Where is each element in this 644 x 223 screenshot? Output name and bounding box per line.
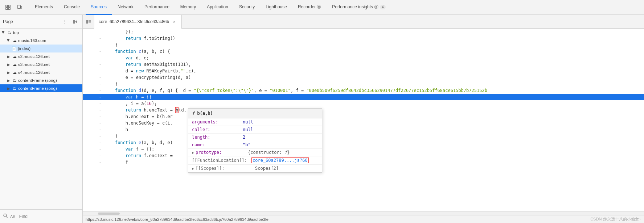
line-dash: - — [97, 55, 103, 61]
tree-label-s3: s3.music.126.net — [18, 62, 50, 67]
popup-key-prototype: prototype: — [196, 150, 246, 155]
line-dash: - — [97, 42, 103, 48]
scrollbar-thumb[interactable] — [98, 213, 120, 215]
code-line-highlighted: - var h = {} — [83, 94, 644, 100]
code-tab-file[interactable]: core_60a2789634...3fec6cc63ac86b × — [94, 15, 182, 29]
line-dash: - — [97, 120, 103, 126]
popup-overlay: f b(a,b) arguments: null caller: null le… — [188, 108, 322, 173]
tab-recorder[interactable]: Recorder — [293, 0, 326, 15]
find-bar: AB — [0, 209, 82, 223]
code-line: - return h.encText = b(d, g), — [83, 107, 644, 113]
line-dash: - — [97, 29, 103, 35]
tree-arrow-content2: ▶ — [7, 86, 11, 91]
popup-row-prototype[interactable]: ▶ prototype: {constructor: f} — [188, 149, 322, 156]
tree-item-s2[interactable]: ▶ ☁ s2.music.126.net — [0, 52, 82, 60]
more-options-button[interactable]: ⋮ — [61, 17, 69, 26]
tree-label-music163: music.163.com — [18, 38, 46, 43]
tree-item-content2[interactable]: ▶ 🗂 contentFrame (song) — [0, 84, 82, 92]
tree-label-content1: contentFrame (song) — [18, 78, 57, 83]
svg-rect-5 — [21, 6, 22, 8]
tab-lighthouse-label: Lighthouse — [266, 4, 287, 9]
tree-item-music163[interactable]: ▶ ☁ music.163.com — [0, 37, 82, 45]
tree-item-s4[interactable]: ▶ ☁ s4.music.126.net — [0, 68, 82, 76]
code-line: - , i = a(16); — [83, 100, 644, 107]
line-code: d = new RSAKeyPair(b,"",c), — [103, 68, 644, 74]
popup-val-caller: null — [243, 127, 253, 132]
code-content-area: - }); - return f.toString() - } - — [83, 29, 644, 211]
popup-val-length: 2 — [243, 135, 245, 140]
tab-performance[interactable]: Performance — [139, 0, 175, 15]
code-line: - h.encText = b(h.er — [83, 113, 644, 120]
tab-network[interactable]: Network — [112, 0, 139, 15]
tree-item-index[interactable]: 📄 (index) — [0, 45, 82, 52]
tab-security[interactable]: Security — [234, 0, 260, 15]
toggle-sidebar-button[interactable] — [83, 15, 94, 29]
svg-point-6 — [19, 8, 20, 9]
popup-key-caller: caller: — [192, 127, 243, 132]
line-code: return h.encText = b(d, g), — [103, 107, 644, 113]
line-dash: - — [97, 48, 103, 55]
collapse-sidebar-button[interactable] — [71, 17, 79, 26]
line-code: } — [103, 133, 644, 139]
line-code: return f.toString() — [103, 35, 644, 42]
file-tree-sidebar: Page ⋮ ▶ 🗂 top ▶ ☁ music.163.com 📄 (ind — [0, 15, 83, 223]
popup-header: f b(a,b) — [188, 109, 322, 118]
line-code: var f = {}; — [103, 146, 644, 152]
tab-console[interactable]: Console — [59, 0, 85, 15]
expand-arrow-scopes: ▶ — [192, 167, 194, 171]
tab-application[interactable]: Application — [202, 0, 233, 15]
sidebar-header: Page ⋮ — [0, 15, 82, 29]
tab-performance-insights-label: Performance insights — [332, 4, 373, 9]
find-icon — [3, 213, 8, 219]
line-dash: - — [97, 159, 103, 165]
popup-box: f b(a,b) arguments: null caller: null le… — [188, 108, 322, 173]
line-dash: - — [97, 74, 103, 81]
tree-item-s3[interactable]: ▶ ☁ s3.music.126.net — [0, 60, 82, 68]
line-code: e = encryptedString(d, a) — [103, 74, 644, 81]
tab-sources[interactable]: Sources — [86, 0, 112, 15]
code-line: - } — [83, 133, 644, 139]
tab-application-label: Application — [207, 4, 228, 9]
line-dash: - — [97, 81, 103, 87]
line-code: h — [103, 126, 644, 133]
popup-key-name: name: — [192, 142, 243, 147]
horizontal-scrollbar[interactable] — [83, 211, 644, 215]
tab-memory[interactable]: Memory — [175, 0, 201, 15]
code-line: - return setMaxDigits(131), — [83, 61, 644, 68]
folder-icon-content1: 🗂 — [12, 78, 17, 83]
tree-item-content1[interactable]: ▶ 🗂 contentFrame (song) — [0, 76, 82, 84]
code-line: - var f = {}; — [83, 146, 644, 152]
line-dash: - — [97, 87, 103, 94]
line-dash: - — [97, 107, 103, 113]
watermark-text: CSDN @永远十八的小仙女~ — [590, 216, 641, 222]
tree-label-s4: s4.music.126.net — [18, 70, 50, 75]
expand-arrow-prototype: ▶ — [192, 151, 194, 155]
tree-item-top[interactable]: ▶ 🗂 top — [0, 29, 82, 37]
line-code: function d(d, e, f, g) { d = "{\"csrf_to… — [103, 87, 644, 94]
line-code: function c(a, b, c) { — [103, 48, 644, 55]
sidebar-page-label: Page — [3, 19, 59, 24]
tab-elements[interactable]: Elements — [30, 0, 58, 15]
tab-lighthouse[interactable]: Lighthouse — [261, 0, 292, 15]
tab-performance-insights[interactable]: Performance insights 4 — [327, 0, 390, 15]
code-tab-close[interactable]: × — [171, 19, 177, 25]
popup-row-length: length: 2 — [188, 134, 322, 141]
tab-elements-label: Elements — [35, 4, 53, 9]
code-line: - function d(d, e, f, g) { d = "{\"csrf_… — [83, 87, 644, 94]
svg-point-10 — [4, 214, 7, 217]
inspect-element-icon[interactable] — [3, 2, 13, 12]
main-layout: Page ⋮ ▶ 🗂 top ▶ ☁ music.163.com 📄 (ind — [0, 15, 644, 223]
devtools-toolbar: Elements Console Sources Network Perform… — [0, 0, 644, 15]
popup-row-caller: caller: null — [188, 126, 322, 134]
popup-val-name: "b" — [243, 142, 251, 147]
popup-row-scopes[interactable]: ▶ [[Scopes]]: Scopes[2] — [188, 165, 322, 172]
popup-row-functionlocation: [[FunctionLocation]]: core_60a2789....js… — [188, 156, 322, 165]
cloud-icon-s3: ☁ — [12, 62, 17, 67]
line-code: } — [103, 81, 644, 87]
device-toolbar-icon[interactable] — [15, 2, 25, 12]
popup-val-scopes: Scopes[2] — [255, 166, 279, 171]
tree-arrow-content1: ▶ — [7, 78, 11, 83]
line-code: h.encSecKey = c(i. — [103, 120, 644, 126]
popup-link-functionlocation[interactable]: core_60a2789....js?60 — [251, 157, 309, 163]
find-input[interactable] — [19, 214, 79, 219]
